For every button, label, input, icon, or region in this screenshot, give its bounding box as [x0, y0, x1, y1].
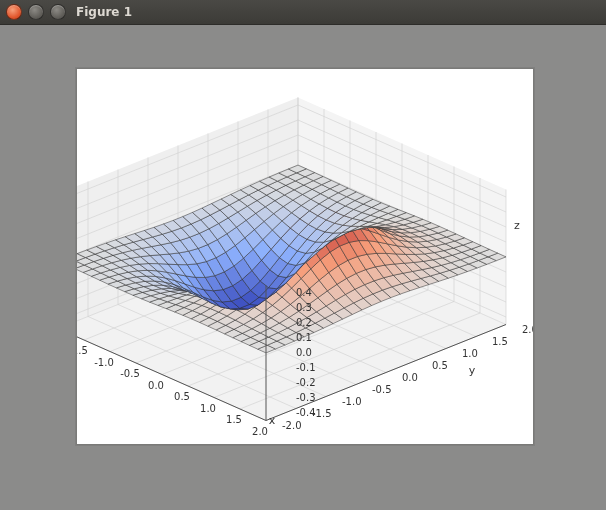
window-maximize-icon[interactable] — [50, 4, 66, 20]
desktop-background: Figure 1 -2.0-1.5-1.0-0.50.00.51.01.52.0… — [0, 0, 606, 510]
z-axis-label: z — [514, 219, 520, 232]
svg-text:2.0: 2.0 — [252, 426, 268, 437]
window-close-icon[interactable] — [6, 4, 22, 20]
y-axis-label: y — [469, 364, 476, 377]
x-tick: -1.0 — [94, 357, 114, 368]
window-title-bar[interactable]: Figure 1 — [0, 0, 606, 25]
z-tick: 0.4 — [296, 287, 312, 298]
figure-canvas[interactable]: -2.0-1.5-1.0-0.50.00.51.01.52.0-2.0-1.5-… — [76, 68, 534, 445]
y-tick: 0.5 — [432, 360, 448, 371]
x-tick: 0.0 — [148, 380, 164, 391]
x-axis-label: x — [269, 414, 276, 427]
y-tick: -0.5 — [372, 384, 392, 395]
y-tick: 0.0 — [402, 372, 418, 383]
y-tick: -2.0 — [282, 420, 302, 431]
z-tick: 0.3 — [296, 302, 312, 313]
window-title: Figure 1 — [76, 5, 132, 19]
axes-3d[interactable]: -2.0-1.5-1.0-0.50.00.51.01.52.0-2.0-1.5-… — [77, 69, 533, 444]
x-tick: 0.5 — [174, 391, 190, 402]
z-tick: -0.1 — [296, 362, 316, 373]
z-tick: -0.4 — [296, 407, 316, 418]
z-tick: -0.2 — [296, 377, 316, 388]
x-tick: -1.5 — [77, 345, 88, 356]
z-tick: 0.1 — [296, 332, 312, 343]
z-tick: 0.2 — [296, 317, 312, 328]
x-tick: 1.5 — [226, 414, 242, 425]
y-tick: 2.0 — [522, 324, 533, 335]
y-tick: 1.0 — [462, 348, 478, 359]
z-tick: -0.3 — [296, 392, 316, 403]
window-minimize-icon[interactable] — [28, 4, 44, 20]
y-tick: -1.0 — [342, 396, 362, 407]
y-tick: 1.5 — [492, 336, 508, 347]
z-tick: 0.0 — [296, 347, 312, 358]
x-tick: 1.0 — [200, 403, 216, 414]
x-tick: -0.5 — [120, 368, 140, 379]
